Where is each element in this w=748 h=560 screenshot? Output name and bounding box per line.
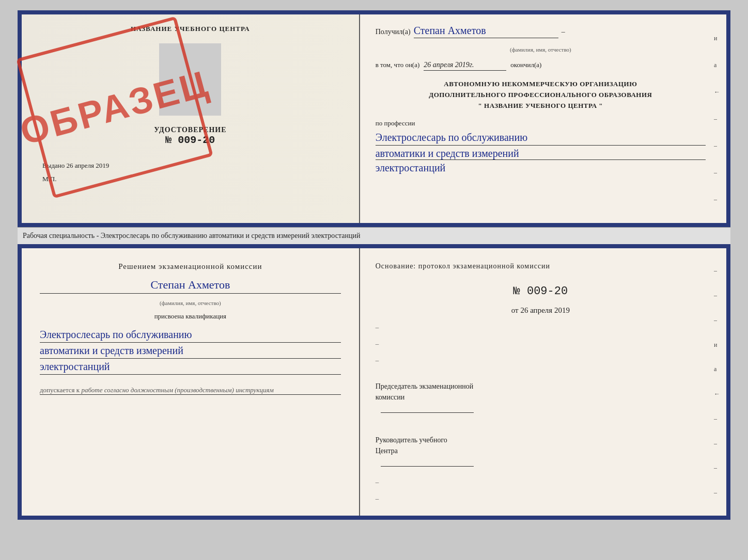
side-markers-bottom: – – – и а ← – – – –: [714, 248, 724, 516]
ot-prefix: от: [511, 306, 519, 314]
udostoverenie-block: УДОСТОВЕРЕНИЕ № 009-20: [154, 126, 226, 146]
osnovaniye-title: Основание: протокол экзаменационной коми…: [376, 261, 706, 271]
work-description: работе согласно должностным (производств…: [81, 386, 273, 394]
received-line: Получил(а) Степан Ахметов –: [376, 25, 706, 38]
qualification-block: Электрослесарь по обслуживанию автоматик…: [40, 327, 341, 375]
rukovoditel-line2: Центра: [376, 445, 706, 456]
dopuskaetsya-block: допускается к работе согласно должностны…: [40, 386, 341, 395]
chairman-line1: Председатель экзаменационной: [376, 381, 706, 392]
poluchil-label: Получил(а): [376, 28, 411, 36]
bottom-recipient-name: Степан Ахметов: [40, 278, 341, 294]
specialty-text: Рабочая специальность - Электрослесарь п…: [23, 232, 360, 239]
dash-4: –: [376, 478, 706, 486]
vtom-text: в том, что он(а): [376, 61, 420, 69]
bottom-right-panel: Основание: протокол экзаменационной коми…: [360, 248, 726, 516]
profession-line1: Электрослесарь по обслуживанию: [376, 130, 706, 146]
udostoverenie-title: УДОСТОВЕРЕНИЕ: [154, 126, 226, 134]
top-left-panel: НАЗВАНИЕ УЧЕБНОГО ЦЕНТРА УДОСТОВЕРЕНИЕ №…: [22, 14, 360, 223]
dash-1: –: [376, 323, 706, 331]
qual-line1: Электрослесарь по обслуживанию: [40, 327, 341, 343]
rukovoditel-line1: Руководитель учебного: [376, 435, 706, 445]
qual-line2: автоматики и средств измерений: [40, 343, 341, 359]
okonchil-label: окончил(а): [510, 61, 541, 69]
ot-date-value: 26 апреля 2019: [520, 306, 570, 314]
prisvoena-label: присвоена квалификация: [40, 312, 341, 321]
protocol-number: № 009-20: [376, 285, 706, 298]
left-center-title: НАЗВАНИЕ УЧЕБНОГО ЦЕНТРА: [131, 25, 250, 33]
photo-placeholder: [159, 43, 221, 116]
vydano-line: Выдано 26 апреля 2019: [37, 162, 109, 170]
recipient-name-top: Степан Ахметов: [414, 25, 558, 38]
chairman-block: Председатель экзаменационной комиссии: [376, 381, 706, 416]
dopuskaetsya-label: допускается к: [40, 386, 80, 394]
dash-5: –: [376, 494, 706, 503]
udostoverenie-number: № 009-20: [154, 134, 226, 146]
rukovoditel-signature-line: [381, 456, 474, 467]
specialty-line: Рабочая специальность - Электрослесарь п…: [18, 227, 730, 244]
org-line3: " НАЗВАНИЕ УЧЕБНОГО ЦЕНТРА ": [376, 101, 706, 111]
date-value-top: 26 апреля 2019г.: [424, 61, 506, 71]
org-block: АВТОНОМНУЮ НЕКОММЕРЧЕСКУЮ ОРГАНИЗАЦИЮ ДО…: [376, 79, 706, 111]
profession-line3: электростанций: [376, 162, 706, 174]
komissia-title: Решением экзаменационной комиссии: [40, 261, 341, 272]
po-professii-block: по профессии Электрослесарь по обслужива…: [376, 119, 706, 174]
side-markers-top: и а ← – – – –: [714, 14, 724, 223]
ot-date-block: от 26 апреля 2019: [376, 306, 706, 315]
vtom-line: в том, что он(а) 26 апреля 2019г. окончи…: [376, 61, 706, 71]
profession-line2: автоматики и средств измерений: [376, 148, 706, 160]
top-document: НАЗВАНИЕ УЧЕБНОГО ЦЕНТРА УДОСТОВЕРЕНИЕ №…: [18, 10, 730, 227]
qual-line3: электростанций: [40, 359, 341, 375]
org-line1: АВТОНОМНУЮ НЕКОММЕРЧЕСКУЮ ОРГАНИЗАЦИЮ: [376, 79, 706, 90]
bottom-left-panel: Решением экзаменационной комиссии Степан…: [22, 248, 360, 516]
chairman-signature-line: [381, 403, 474, 413]
dash-3: –: [376, 356, 706, 364]
top-right-panel: Получил(а) Степан Ахметов – (фамилия, им…: [360, 14, 726, 223]
chairman-line2: комиссии: [376, 392, 706, 403]
document-wrapper: НАЗВАНИЕ УЧЕБНОГО ЦЕНТРА УДОСТОВЕРЕНИЕ №…: [18, 10, 730, 520]
fio-label-bottom: (фамилия, имя, отчество): [40, 300, 341, 306]
bottom-document: Решением экзаменационной комиссии Степан…: [18, 244, 730, 520]
po-professii-label: по профессии: [376, 119, 706, 127]
mp-line: М.П.: [37, 175, 56, 183]
dash-2: –: [376, 340, 706, 348]
rukovoditel-block: Руководитель учебного Центра: [376, 435, 706, 470]
fio-label-top: (фамилия, имя, отчество): [376, 46, 706, 53]
org-line2: ДОПОЛНИТЕЛЬНОГО ПРОФЕССИОНАЛЬНОГО ОБРАЗО…: [376, 90, 706, 101]
